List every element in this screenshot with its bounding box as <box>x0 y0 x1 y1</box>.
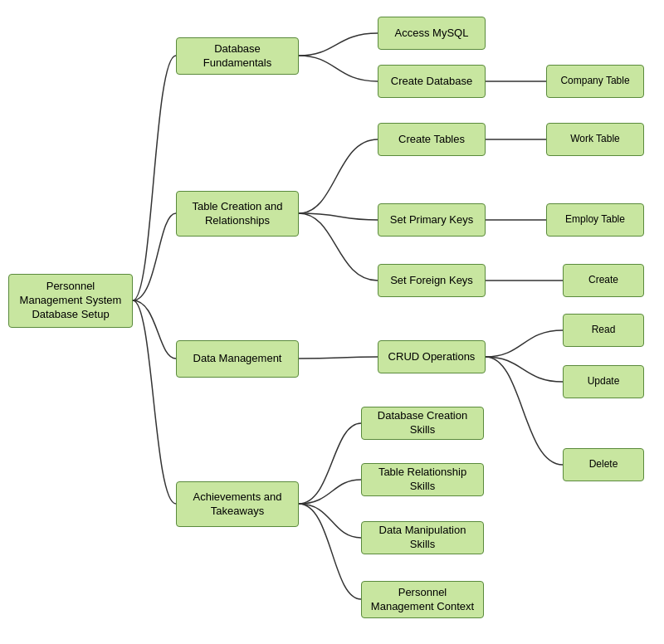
diagram-container: Personnel Management System Database Set… <box>0 0 664 644</box>
node-delete: Delete <box>563 448 644 481</box>
node-employTable: Employ Table <box>546 203 644 237</box>
node-dataManipSkills: Data Manipulation Skills <box>361 521 484 554</box>
node-tableRelSkills: Table Relationship Skills <box>361 463 484 496</box>
node-create: Create <box>563 264 644 297</box>
node-fundamentals: Database Fundamentals <box>176 37 299 75</box>
node-createDatabase: Create Database <box>378 65 486 98</box>
node-dataManagement: Data Management <box>176 340 299 378</box>
node-achievements: Achievements and Takeaways <box>176 481 299 527</box>
node-crudOperations: CRUD Operations <box>378 340 486 373</box>
node-accessMySQL: Access MySQL <box>378 17 486 50</box>
node-root: Personnel Management System Database Set… <box>8 274 133 328</box>
node-setPrimaryKeys: Set Primary Keys <box>378 203 486 237</box>
node-personnelContext: Personnel Management Context <box>361 581 484 618</box>
node-createTables: Create Tables <box>378 123 486 156</box>
node-dbCreationSkills: Database Creation Skills <box>361 407 484 440</box>
node-update: Update <box>563 365 644 398</box>
node-setForeignKeys: Set Foreign Keys <box>378 264 486 297</box>
node-tableCreation: Table Creation and Relationships <box>176 191 299 237</box>
node-companyTable: Company Table <box>546 65 644 98</box>
node-read: Read <box>563 314 644 347</box>
node-workTable: Work Table <box>546 123 644 156</box>
